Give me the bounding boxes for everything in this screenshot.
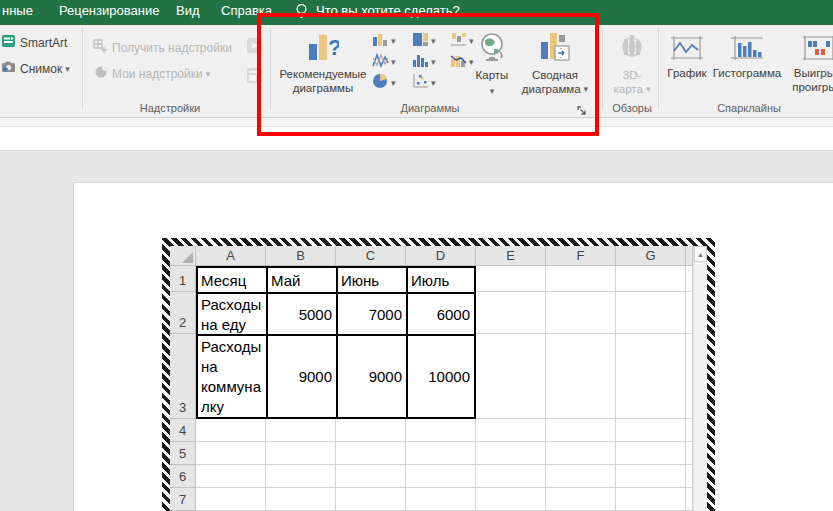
- vertical-scrollbar[interactable]: ▲: [693, 246, 707, 511]
- row-header-7[interactable]: 7: [170, 488, 196, 511]
- cell-B3[interactable]: 9000: [266, 334, 336, 419]
- cell-E4[interactable]: [476, 419, 546, 442]
- screenshot-button[interactable]: Снимок ▾: [1, 60, 70, 77]
- cell-F3[interactable]: [546, 334, 616, 419]
- cell-B6[interactable]: [266, 465, 336, 488]
- cell-A5[interactable]: [196, 442, 266, 465]
- cell-D4[interactable]: [406, 419, 476, 442]
- column-header-E[interactable]: E: [476, 246, 546, 266]
- cell-G7[interactable]: [616, 488, 686, 511]
- cell-E1[interactable]: [476, 266, 546, 292]
- column-header-C[interactable]: C: [336, 246, 406, 266]
- cell-C5[interactable]: [336, 442, 406, 465]
- addin-extra-button-2[interactable]: [246, 67, 263, 87]
- insert-statistic-chart-button[interactable]: ▾: [412, 53, 436, 71]
- cell-A7[interactable]: [196, 488, 266, 511]
- cell-G5[interactable]: [616, 442, 686, 465]
- cell-E3[interactable]: [476, 334, 546, 419]
- cell-B5[interactable]: [266, 442, 336, 465]
- cell-B4[interactable]: [266, 419, 336, 442]
- line-chart-icon: [372, 53, 389, 72]
- cell-B7[interactable]: [266, 488, 336, 511]
- cell-C2[interactable]: 7000: [336, 292, 406, 334]
- sparkline-winloss-label-2: проигрыш: [792, 80, 833, 94]
- cell-E7[interactable]: [476, 488, 546, 511]
- cell-E2[interactable]: [476, 292, 546, 334]
- column-header-B[interactable]: B: [266, 246, 336, 266]
- sparkline-column-icon: [730, 35, 764, 64]
- row-header-6[interactable]: 6: [170, 465, 196, 488]
- cell-C6[interactable]: [336, 465, 406, 488]
- my-addins-button[interactable]: Мои надстройки ▾: [94, 65, 210, 82]
- cell-G2[interactable]: [616, 292, 686, 334]
- cell-sliver: [686, 442, 693, 465]
- cell-G1[interactable]: [616, 266, 686, 292]
- cell-E5[interactable]: [476, 442, 546, 465]
- cell-G4[interactable]: [616, 419, 686, 442]
- waterfall-chart-icon: [450, 32, 467, 51]
- cell-sliver: [686, 419, 693, 442]
- cell-C3[interactable]: 9000: [336, 334, 406, 419]
- column-header-D[interactable]: D: [406, 246, 476, 266]
- chevron-down-icon: ▾: [65, 64, 70, 74]
- cell-A2[interactable]: Расходы на еду: [196, 292, 266, 334]
- row-header-5[interactable]: 5: [170, 442, 196, 465]
- cell-F4[interactable]: [546, 419, 616, 442]
- cell-B1[interactable]: Май: [266, 266, 336, 292]
- insert-hierarchy-chart-button[interactable]: ▾: [412, 32, 436, 50]
- column-header-F[interactable]: F: [546, 246, 616, 266]
- row-header-1[interactable]: 1: [170, 266, 196, 292]
- insert-pie-chart-button[interactable]: ▾: [372, 74, 396, 92]
- tab-help[interactable]: Справка: [221, 3, 272, 18]
- cell-E6[interactable]: [476, 465, 546, 488]
- cell-F2[interactable]: [546, 292, 616, 334]
- row-header-2[interactable]: 2: [170, 292, 196, 334]
- tab-review[interactable]: Рецензирование: [59, 3, 159, 18]
- pivot-chart-label-1: Сводная: [532, 68, 578, 82]
- chevron-down-icon: ▾: [391, 78, 396, 88]
- tab-view[interactable]: Вид: [176, 3, 200, 18]
- cell-C4[interactable]: [336, 419, 406, 442]
- cell-C7[interactable]: [336, 488, 406, 511]
- cell-sliver: [686, 488, 693, 511]
- cell-G3[interactable]: [616, 334, 686, 419]
- row-header-3[interactable]: 3: [170, 334, 196, 419]
- select-all-triangle-icon: [182, 252, 193, 263]
- cell-F6[interactable]: [546, 465, 616, 488]
- charts-dialog-launcher[interactable]: [577, 103, 589, 115]
- cell-D6[interactable]: [406, 465, 476, 488]
- cell-D5[interactable]: [406, 442, 476, 465]
- cell-D2[interactable]: 6000: [406, 292, 476, 334]
- smartart-button[interactable]: SmartArt: [1, 34, 67, 51]
- recommended-charts-icon: ?: [307, 31, 339, 65]
- column-header-G[interactable]: G: [616, 246, 686, 266]
- cell-D3[interactable]: 10000: [406, 334, 476, 419]
- cell-A3[interactable]: Расходы на коммуналку: [196, 334, 266, 419]
- insert-line-chart-button[interactable]: ▾: [372, 53, 396, 71]
- cell-D7[interactable]: [406, 488, 476, 511]
- sparkline-winloss-icon: [802, 35, 833, 64]
- tab-data-partial[interactable]: нные: [2, 3, 33, 18]
- cell-A4[interactable]: [196, 419, 266, 442]
- addin-extra-button-1[interactable]: [246, 37, 263, 57]
- cell-B2[interactable]: 5000: [266, 292, 336, 334]
- cell-C1[interactable]: Июнь: [336, 266, 406, 292]
- ruler-strip: [0, 127, 833, 151]
- select-all-corner[interactable]: [170, 246, 196, 266]
- embedded-excel-object[interactable]: A B C D E F G 1 Месяц Май Июнь Июль 2: [162, 238, 715, 511]
- column-header-A[interactable]: A: [196, 246, 266, 266]
- cell-A1[interactable]: Месяц: [196, 266, 266, 292]
- get-addins-button[interactable]: Получить надстройки: [92, 38, 232, 57]
- cell-F5[interactable]: [546, 442, 616, 465]
- cell-F7[interactable]: [546, 488, 616, 511]
- cell-A6[interactable]: [196, 465, 266, 488]
- cell-F1[interactable]: [546, 266, 616, 292]
- tell-me-box[interactable]: Что вы хотите сделать?: [316, 3, 460, 18]
- scroll-up-button[interactable]: ▲: [694, 246, 707, 262]
- cell-D1[interactable]: Июль: [406, 266, 476, 292]
- camera-icon: [1, 60, 16, 77]
- row-header-4[interactable]: 4: [170, 419, 196, 442]
- insert-scatter-chart-button[interactable]: ▾: [412, 74, 436, 92]
- insert-column-chart-button[interactable]: ▾: [372, 32, 396, 50]
- cell-G6[interactable]: [616, 465, 686, 488]
